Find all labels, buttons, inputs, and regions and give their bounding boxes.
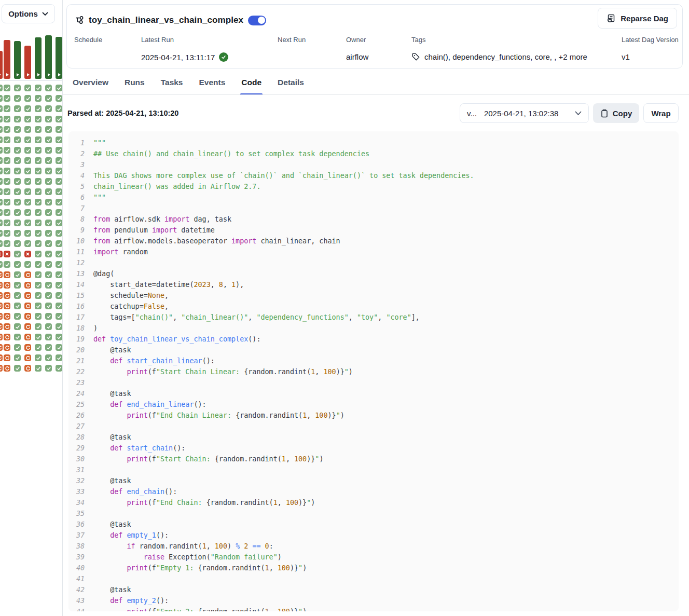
task-instance-cell-success[interactable] bbox=[4, 95, 10, 102]
task-instance-cell-success[interactable] bbox=[0, 105, 3, 112]
task-instance-cell-retry[interactable] bbox=[24, 282, 31, 289]
task-instance-cell-retry[interactable] bbox=[24, 365, 31, 372]
task-instance-cell-success[interactable] bbox=[0, 168, 3, 174]
code-viewer[interactable]: 1"""2## Use chain() and chain_linear() t… bbox=[68, 131, 679, 611]
task-instance-cell-success[interactable] bbox=[14, 303, 21, 309]
task-instance-cell-success[interactable] bbox=[24, 136, 31, 143]
task-instance-cell-success[interactable] bbox=[0, 116, 3, 122]
task-instance-cell-success[interactable] bbox=[14, 261, 21, 268]
task-instance-cell-failed[interactable] bbox=[24, 251, 31, 257]
task-instance-cell-success[interactable] bbox=[24, 261, 31, 268]
task-instance-cell-success[interactable] bbox=[14, 157, 21, 164]
task-instance-cell-success[interactable] bbox=[56, 85, 62, 91]
dag-run-bar[interactable] bbox=[0, 51, 3, 79]
task-instance-cell-success[interactable] bbox=[56, 292, 62, 299]
task-instance-cell-success[interactable] bbox=[45, 147, 52, 154]
task-instance-cell-success[interactable] bbox=[56, 313, 62, 320]
reparse-dag-button[interactable]: Reparse Dag bbox=[598, 8, 677, 29]
task-instance-cell-success[interactable] bbox=[14, 188, 21, 195]
task-instance-cell-success[interactable] bbox=[56, 282, 62, 289]
task-instance-cell-success[interactable] bbox=[56, 230, 62, 237]
task-instance-cell-success[interactable] bbox=[35, 168, 42, 174]
task-instance-cell-success[interactable] bbox=[56, 261, 62, 268]
task-instance-cell-success[interactable] bbox=[45, 157, 52, 164]
task-instance-cell-success[interactable] bbox=[35, 95, 42, 102]
task-instance-cell-success[interactable] bbox=[14, 168, 21, 174]
task-instance-cell-success[interactable] bbox=[45, 105, 52, 112]
task-instance-cell-success[interactable] bbox=[35, 116, 42, 122]
task-instance-cell-success[interactable] bbox=[35, 220, 42, 226]
task-instance-cell-success[interactable] bbox=[4, 126, 10, 133]
task-instance-cell-retry[interactable] bbox=[0, 344, 3, 351]
task-instance-cell-success[interactable] bbox=[56, 178, 62, 185]
task-instance-cell-success[interactable] bbox=[4, 85, 10, 91]
task-instance-cell-success[interactable] bbox=[35, 199, 42, 206]
task-instance-cell-success[interactable] bbox=[24, 220, 31, 226]
task-instance-cell-success[interactable] bbox=[4, 178, 10, 185]
task-instance-cell-retry[interactable] bbox=[0, 292, 3, 299]
task-instance-cell-retry[interactable] bbox=[0, 271, 3, 278]
task-instance-cell-success[interactable] bbox=[14, 344, 21, 351]
task-instance-cell-retry[interactable] bbox=[24, 354, 31, 361]
task-instance-cell-success[interactable] bbox=[35, 147, 42, 154]
tab-events[interactable]: Events bbox=[198, 75, 227, 94]
task-instance-cell-retry[interactable] bbox=[4, 344, 10, 351]
task-instance-cell-success[interactable] bbox=[14, 105, 21, 112]
task-instance-cell-failed[interactable] bbox=[4, 251, 10, 257]
task-instance-cell-success[interactable] bbox=[14, 354, 21, 361]
task-instance-cell-success[interactable] bbox=[24, 85, 31, 91]
task-instance-cell-success[interactable] bbox=[45, 292, 52, 299]
task-instance-cell-success[interactable] bbox=[14, 209, 21, 216]
task-instance-cell-success[interactable] bbox=[45, 199, 52, 206]
dag-run-bar[interactable] bbox=[4, 40, 10, 79]
task-instance-cell-success[interactable] bbox=[35, 365, 42, 372]
task-instance-cell-success[interactable] bbox=[0, 188, 3, 195]
task-instance-cell-retry[interactable] bbox=[24, 323, 31, 330]
task-instance-cell-retry[interactable] bbox=[4, 365, 10, 372]
task-instance-cell-success[interactable] bbox=[0, 126, 3, 133]
task-instance-cell-success[interactable] bbox=[45, 85, 52, 91]
task-instance-cell-retry[interactable] bbox=[0, 282, 3, 289]
task-instance-cell-success[interactable] bbox=[56, 240, 62, 247]
task-instance-cell-success[interactable] bbox=[14, 199, 21, 206]
task-instance-cell-success[interactable] bbox=[56, 116, 62, 122]
task-instance-cell-success[interactable] bbox=[56, 209, 62, 216]
task-instance-cell-success[interactable] bbox=[24, 126, 31, 133]
task-instance-cell-retry[interactable] bbox=[0, 323, 3, 330]
task-instance-cell-success[interactable] bbox=[45, 209, 52, 216]
task-instance-cell-success[interactable] bbox=[45, 116, 52, 122]
task-instance-cell-success[interactable] bbox=[45, 136, 52, 143]
task-instance-cell-failed[interactable] bbox=[0, 251, 3, 257]
task-instance-cell-success[interactable] bbox=[14, 313, 21, 320]
task-instance-cell-success[interactable] bbox=[0, 147, 3, 154]
task-instance-cell-success[interactable] bbox=[35, 303, 42, 309]
task-instance-cell-success[interactable] bbox=[45, 303, 52, 309]
task-instance-cell-success[interactable] bbox=[24, 188, 31, 195]
task-instance-cell-success[interactable] bbox=[45, 178, 52, 185]
tab-runs[interactable]: Runs bbox=[123, 75, 146, 94]
task-instance-cell-success[interactable] bbox=[56, 365, 62, 372]
task-instance-cell-success[interactable] bbox=[56, 199, 62, 206]
task-instance-cell-success[interactable] bbox=[56, 126, 62, 133]
task-instance-cell-success[interactable] bbox=[45, 271, 52, 278]
task-instance-cell-retry[interactable] bbox=[0, 334, 3, 340]
task-instance-cell-success[interactable] bbox=[56, 344, 62, 351]
task-instance-cell-retry[interactable] bbox=[4, 334, 10, 340]
task-instance-cell-retry[interactable] bbox=[0, 303, 3, 309]
task-instance-cell-success[interactable] bbox=[45, 344, 52, 351]
task-instance-cell-success[interactable] bbox=[56, 354, 62, 361]
task-instance-cell-success[interactable] bbox=[35, 271, 42, 278]
task-instance-cell-retry[interactable] bbox=[4, 354, 10, 361]
task-instance-cell-success[interactable] bbox=[35, 126, 42, 133]
task-instance-cell-success[interactable] bbox=[24, 95, 31, 102]
task-instance-cell-success[interactable] bbox=[14, 178, 21, 185]
task-instance-cell-success[interactable] bbox=[45, 126, 52, 133]
task-instance-cell-success[interactable] bbox=[4, 147, 10, 154]
task-instance-cell-success[interactable] bbox=[14, 126, 21, 133]
task-instance-cell-success[interactable] bbox=[0, 85, 3, 91]
dag-run-bar[interactable] bbox=[45, 35, 52, 79]
dag-version-select[interactable]: v... 2025-04-21, 13:02:38 bbox=[460, 103, 589, 123]
task-instance-cell-success[interactable] bbox=[56, 168, 62, 174]
task-instance-cell-success[interactable] bbox=[56, 136, 62, 143]
task-instance-cell-retry[interactable] bbox=[0, 365, 3, 372]
